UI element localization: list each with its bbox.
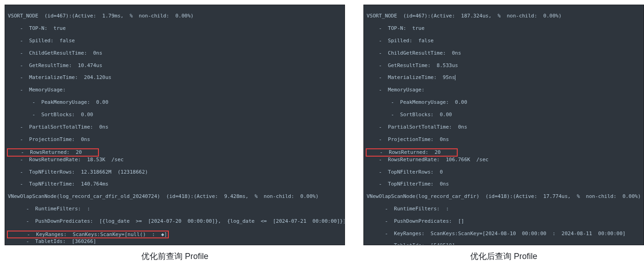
- caption-before: 优化前查询 Profile: [141, 251, 208, 262]
- line: - SortBlocks: 0.00: [367, 112, 641, 118]
- line: - PushDownPredicates: []: [367, 218, 641, 224]
- line: - MemoryUsage:: [8, 87, 342, 93]
- line: - PeakMemoryUsage: 0.00: [367, 99, 641, 105]
- keyranges-highlight: - KeyRanges: ScanKeys:ScanKey=[null() : …: [7, 231, 169, 238]
- line: - TopNFilterRows: 0: [367, 169, 641, 175]
- line: - TopNFilterTime: 140.764ms: [8, 181, 342, 187]
- profile-after-terminal: VSORT_NODE (id=467):(Active: 187.324us, …: [363, 5, 644, 245]
- line: - ChildGetResultTime: 0ns: [367, 50, 641, 56]
- line: - TabletIds: [549510]: [367, 242, 641, 245]
- line: VNewOlapScanNode(log_record_car_dfir) (i…: [367, 193, 641, 199]
- line: - GetResultTime: 8.533us: [367, 62, 641, 68]
- comparison-container: VSORT_NODE (id=467):(Active: 1.79ms, % n…: [5, 5, 639, 262]
- line: - ProjectionTime: 0ns: [8, 136, 342, 142]
- line: - PeakMemoryUsage: 0.00: [8, 99, 342, 105]
- line: - TabletIds: [360266]: [8, 238, 342, 244]
- line: VSORT_NODE (id=467):(Active: 187.324us, …: [367, 13, 641, 19]
- text-cursor: [455, 75, 455, 80]
- line: - RuntimeFilters: :: [8, 206, 342, 212]
- caption-after: 优化后查询 Profile: [470, 251, 537, 262]
- left-panel-wrap: VSORT_NODE (id=467):(Active: 1.79ms, % n…: [5, 5, 345, 262]
- line: - RuntimeFilters: :: [367, 206, 641, 212]
- line: - PushDownPredicates: [{log_date >= [202…: [8, 218, 342, 224]
- line: VNewOlapScanNode(log_record_car_dfir_old…: [8, 193, 342, 199]
- line: - SortBlocks: 0.00: [8, 112, 342, 118]
- line: - TOP-N: true: [8, 25, 342, 31]
- line: - RowsReturnedRate: 106.766K /sec: [367, 157, 641, 163]
- line: - Spilled: false: [8, 38, 342, 44]
- materialize-time: - MaterializeTime: 95ns: [367, 74, 455, 80]
- line: - ChildGetResultTime: 0ns: [8, 50, 342, 56]
- line: - ProjectionTime: 0ns: [367, 136, 641, 142]
- line: - GetResultTime: 10.474us: [8, 62, 342, 68]
- line: - PartialSortTotalTime: 0ns: [367, 124, 641, 130]
- line: - RowsReturnedRate: 18.53K /sec: [8, 157, 342, 163]
- line: - MaterializeTime: 204.120us: [8, 74, 342, 80]
- line: - TopNFilterRows: 12.318662M (12318662): [8, 169, 342, 175]
- line: - PartialSortTotalTime: 0ns: [8, 124, 342, 130]
- line: - TOP-N: true: [367, 25, 641, 31]
- line: VSORT_NODE (id=467):(Active: 1.79ms, % n…: [8, 13, 342, 19]
- line: - KeyRanges: ScanKeys:ScanKey=[2024-08-1…: [367, 231, 641, 237]
- rows-returned-highlight: - RowsReturned: 20: [7, 148, 99, 156]
- line: - TopNFilterTime: 0ns: [367, 181, 641, 187]
- right-panel-wrap: VSORT_NODE (id=467):(Active: 187.324us, …: [363, 5, 644, 262]
- line: - MaterializeTime: 95ns: [367, 74, 641, 80]
- line: - Spilled: false: [367, 38, 641, 44]
- line: - MemoryUsage:: [367, 87, 641, 93]
- profile-before-terminal: VSORT_NODE (id=467):(Active: 1.79ms, % n…: [5, 5, 345, 245]
- rows-returned-highlight: - RowsReturned: 20: [366, 148, 458, 156]
